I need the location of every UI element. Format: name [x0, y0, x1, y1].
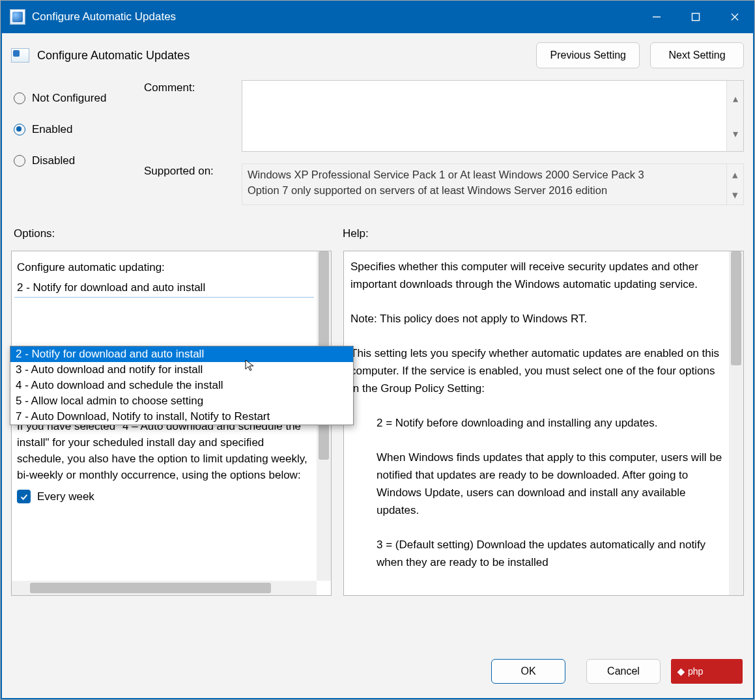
php-icon: ◆: [677, 666, 685, 677]
configure-updating-label: Configure automatic updating:: [14, 259, 310, 275]
radio-enabled[interactable]: Enabled: [14, 123, 144, 136]
dropdown-item[interactable]: 2 - Notify for download and auto install: [10, 346, 353, 362]
radio-label: Disabled: [32, 154, 75, 167]
scroll-down-icon[interactable]: ▾: [727, 116, 743, 151]
policy-icon: [11, 48, 29, 63]
help-heading: Help:: [343, 227, 369, 240]
configure-updating-select[interactable]: 2 - Notify for download and auto install: [14, 278, 314, 298]
radio-label: Enabled: [32, 123, 72, 136]
scroll-up-icon[interactable]: ▴: [727, 81, 743, 116]
header: Configure Automatic Updates Previous Set…: [1, 33, 754, 74]
titlebar: Configure Automatic Updates: [1, 1, 754, 33]
radio-icon: [14, 124, 25, 135]
app-icon: [10, 9, 25, 25]
radio-label: Not Configured: [32, 92, 106, 105]
page-title: Configure Automatic Updates: [37, 49, 190, 63]
dropdown-item[interactable]: 4 - Auto download and schedule the insta…: [10, 378, 353, 393]
schedule-paragraph: If you have selected "4 – Auto download …: [14, 415, 310, 486]
minimize-button[interactable]: [637, 1, 676, 33]
help-text: Note: This policy does not apply to Wind…: [350, 310, 724, 328]
comment-label: Comment:: [144, 80, 242, 94]
badge-text: php: [688, 666, 703, 677]
options-heading: Options:: [14, 227, 343, 240]
help-text: When Windows finds updates that apply to…: [350, 449, 724, 519]
help-text: This setting lets you specify whether au…: [350, 344, 724, 397]
radio-icon: [14, 155, 25, 167]
radio-not-configured[interactable]: Not Configured: [14, 92, 144, 105]
previous-setting-button[interactable]: Previous Setting: [536, 42, 640, 68]
window-title: Configure Automatic Updates: [32, 10, 176, 23]
svg-rect-0: [692, 14, 700, 21]
state-radio-group: Not Configured Enabled Disabled: [14, 80, 144, 217]
configure-updating-dropdown[interactable]: 2 - Notify for download and auto install…: [10, 346, 354, 425]
scroll-down-icon[interactable]: ▾: [727, 184, 743, 204]
radio-disabled[interactable]: Disabled: [14, 154, 144, 167]
dropdown-item[interactable]: 7 - Auto Download, Notify to install, No…: [10, 409, 353, 425]
every-week-checkbox[interactable]: Every week: [14, 486, 310, 507]
dropdown-item[interactable]: 5 - Allow local admin to choose setting: [10, 393, 353, 409]
every-week-label: Every week: [37, 488, 94, 505]
help-text: 3 = (Default setting) Download the updat…: [350, 536, 724, 571]
ok-button[interactable]: OK: [491, 659, 565, 684]
help-text: Specifies whether this computer will rec…: [350, 258, 724, 293]
checkbox-checked-icon: [17, 490, 31, 503]
help-panel: Specifies whether this computer will rec…: [343, 251, 744, 596]
supported-on-box: Windows XP Professional Service Pack 1 o…: [242, 163, 744, 205]
options-horizontal-scrollbar[interactable]: [12, 581, 317, 595]
supported-on-label: Supported on:: [144, 163, 242, 178]
radio-icon: [14, 92, 25, 104]
comment-textarea[interactable]: ▴ ▾: [242, 80, 744, 152]
close-button[interactable]: [715, 1, 754, 33]
watermark-badge: ◆ php: [671, 659, 743, 684]
next-setting-button[interactable]: Next Setting: [650, 42, 744, 68]
dropdown-item[interactable]: 3 - Auto download and notify for install: [10, 362, 353, 378]
maximize-button[interactable]: [676, 1, 715, 33]
supported-text-line: Option 7 only supported on servers of at…: [248, 182, 738, 198]
cancel-button[interactable]: Cancel: [586, 659, 661, 684]
scroll-up-icon[interactable]: ▴: [727, 164, 743, 184]
supported-text-line: Windows XP Professional Service Pack 1 o…: [248, 167, 738, 182]
help-text: 2 = Notify before downloading and instal…: [350, 414, 724, 432]
mouse-cursor-icon: [244, 359, 257, 374]
help-vertical-scrollbar[interactable]: [729, 251, 743, 595]
